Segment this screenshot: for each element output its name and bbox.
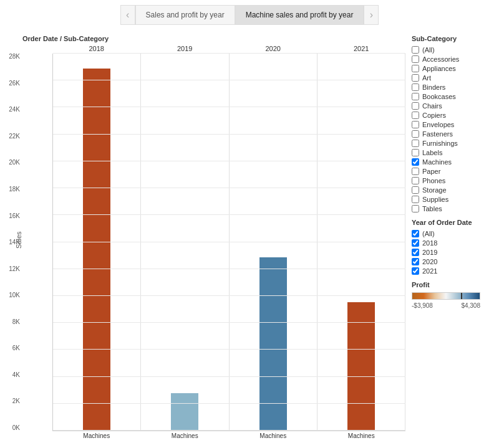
x-label-2020: Machines [259, 432, 286, 439]
year-label-2020: 2020 [229, 45, 317, 52]
subcategory-item-bookcases[interactable]: Bookcases [412, 93, 488, 100]
subcategory-label: Appliances [422, 65, 456, 72]
next-tab-button[interactable]: › [364, 5, 379, 25]
year-item-2018[interactable]: 2018 [412, 239, 488, 247]
subcategory-checkbox-supplies[interactable] [412, 196, 419, 203]
subcategory-checkbox-fasteners[interactable] [412, 130, 419, 138]
subcategory-checkbox-paper[interactable] [412, 168, 419, 175]
subcategory-item-machines[interactable]: Machines [412, 158, 488, 166]
subcategory-label: Machines [422, 158, 452, 166]
x-label-group-2021: Machines [317, 432, 406, 439]
subcategory-checkbox-binders[interactable] [412, 83, 419, 91]
subcategory-item-binders[interactable]: Binders [412, 83, 488, 91]
subcategory-checkbox-copiers[interactable] [412, 112, 419, 119]
subcategory-item-storage[interactable]: Storage [412, 186, 488, 194]
subcategory-checkbox-tables[interactable] [412, 205, 419, 212]
subcategory-label: Paper [422, 168, 440, 175]
prev-tab-button[interactable]: ‹ [120, 5, 135, 25]
subcategory-label: Envelopes [422, 121, 454, 128]
subcategory-checkbox-(all)[interactable] [412, 46, 419, 54]
chart-area: Sales Order Date / Sub-Category 2018 201… [6, 29, 405, 446]
profit-max-label: $4,308 [461, 302, 480, 309]
subcategory-checkbox-phones[interactable] [412, 177, 419, 184]
tab-machine-sales[interactable]: Machine sales and profit by year [235, 5, 364, 25]
subcategory-checkbox-machines[interactable] [412, 158, 419, 166]
year-label: 2019 [422, 249, 437, 256]
subcategory-label: Bookcases [422, 93, 456, 100]
bars-area [52, 54, 405, 431]
subcategory-item-phones[interactable]: Phones [412, 177, 488, 184]
subcategory-checkbox-chairs[interactable] [412, 102, 419, 110]
subcategory-checkbox-furnishings[interactable] [412, 140, 419, 147]
gridline [53, 269, 405, 269]
year-label-2021: 2021 [317, 45, 406, 52]
year-group-2018 [53, 54, 141, 431]
subcategory-item-envelopes[interactable]: Envelopes [412, 121, 488, 128]
tab-sales-profit[interactable]: Sales and profit by year [135, 5, 235, 25]
subcategory-item-paper[interactable]: Paper [412, 168, 488, 175]
subcategory-checkbox-envelopes[interactable] [412, 121, 419, 128]
year-checkbox-2021[interactable] [412, 267, 419, 275]
subcategory-item-labels[interactable]: Labels [412, 149, 488, 156]
gridline [53, 403, 405, 404]
gridline [53, 322, 405, 323]
year-label: 2021 [422, 267, 437, 275]
subcategory-checkbox-art[interactable] [412, 74, 419, 82]
year-checkbox-2020[interactable] [412, 258, 419, 265]
year-group-2019 [141, 54, 229, 431]
profit-gradient-labels: -$3,908$4,308 [412, 302, 480, 309]
subcategory-item-supplies[interactable]: Supplies [412, 196, 488, 203]
main-content: Sales Order Date / Sub-Category 2018 201… [0, 29, 499, 446]
year-item-2021[interactable]: 2021 [412, 267, 488, 275]
subcategory-item-(all)[interactable]: (All) [412, 46, 488, 54]
subcategory-item-accessories[interactable]: Accessories [412, 55, 488, 63]
year-filter-title: Year of Order Date [412, 219, 488, 226]
subcategory-item-furnishings[interactable]: Furnishings [412, 140, 488, 147]
subcategory-label: Art [422, 74, 431, 82]
bar-2019[interactable] [171, 393, 198, 431]
year-checkbox-(all)[interactable] [412, 230, 419, 237]
year-item-2020[interactable]: 2020 [412, 258, 488, 265]
subcategory-item-appliances[interactable]: Appliances [412, 65, 488, 72]
subcategory-item-tables[interactable]: Tables [412, 205, 488, 212]
gridline [53, 295, 405, 296]
gridline [53, 107, 405, 107]
year-label: (All) [422, 230, 435, 237]
bar-2020[interactable] [259, 257, 287, 431]
year-checkbox-2018[interactable] [412, 239, 419, 247]
subcategory-label: Binders [422, 83, 445, 91]
subcategory-checkbox-accessories[interactable] [412, 55, 419, 63]
year-label: 2020 [422, 258, 437, 265]
year-labels: 2018 2019 2020 2021 [52, 45, 405, 52]
chart-inner: Order Date / Sub-Category 2018 2019 2020… [22, 35, 405, 439]
subcategory-label: Furnishings [422, 140, 458, 147]
subcategory-label: Tables [422, 205, 442, 212]
subcategory-label: Storage [422, 186, 447, 194]
year-checkbox-2019[interactable] [412, 249, 419, 256]
gridline [53, 430, 405, 431]
subcategory-item-art[interactable]: Art [412, 74, 488, 82]
subcategory-checkbox-bookcases[interactable] [412, 93, 419, 100]
subcategory-label: Chairs [422, 102, 442, 110]
year-label-2018: 2018 [52, 45, 141, 52]
y-axis-label: Sales [12, 41, 22, 439]
subcategory-item-copiers[interactable]: Copiers [412, 112, 488, 119]
x-label-2019: Machines [172, 432, 198, 439]
gridline [53, 242, 405, 242]
subcategory-label: Copiers [422, 112, 446, 119]
profit-filter-title: Profit [412, 281, 488, 288]
subcategory-item-fasteners[interactable]: Fasteners [412, 130, 488, 138]
subcategory-checkbox-labels[interactable] [412, 149, 419, 156]
x-label-2021: Machines [348, 432, 375, 439]
year-item-2019[interactable]: 2019 [412, 249, 488, 256]
year-label: 2018 [422, 239, 437, 247]
subcategory-item-chairs[interactable]: Chairs [412, 102, 488, 110]
gridline [53, 134, 405, 135]
subcategory-checkbox-storage[interactable] [412, 186, 419, 194]
year-item-(all)[interactable]: (All) [412, 230, 488, 237]
bar-2021[interactable] [347, 302, 375, 431]
gridline [53, 53, 405, 54]
subcategory-checkbox-appliances[interactable] [412, 65, 419, 72]
subcategory-label: (All) [422, 46, 435, 54]
subcategory-label: Phones [422, 177, 445, 184]
